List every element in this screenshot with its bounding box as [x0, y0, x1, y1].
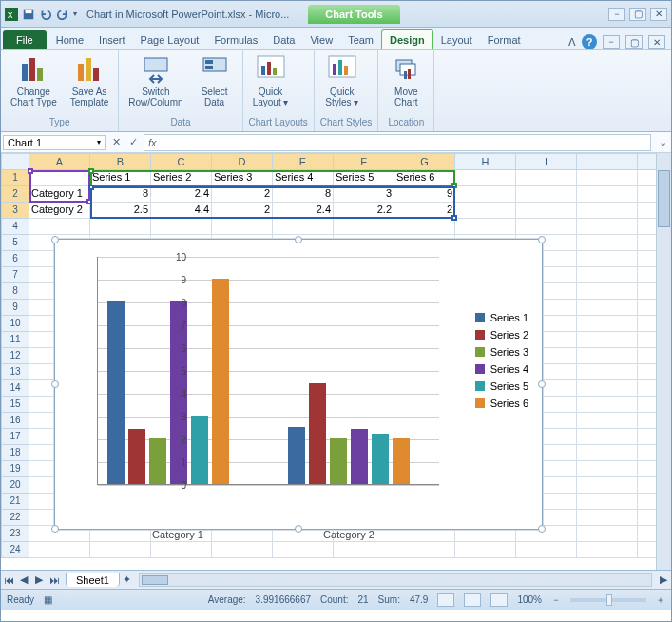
cell[interactable]	[29, 542, 90, 558]
sheet-nav-prev-icon[interactable]: ◀	[16, 573, 31, 588]
sheet-tab-sheet1[interactable]: Sheet1	[66, 573, 120, 587]
legend-item[interactable]: Series 4	[475, 363, 528, 375]
chart-bar[interactable]	[288, 427, 305, 484]
tab-design[interactable]: Design	[381, 29, 433, 49]
save-as-template-button[interactable]: Save As Template	[67, 52, 113, 109]
row-header[interactable]: 14	[1, 380, 29, 397]
tab-file[interactable]: File	[3, 30, 47, 49]
quick-styles-button[interactable]: Quick Styles ▾	[320, 52, 364, 109]
row-header[interactable]: 4	[1, 219, 29, 235]
cell[interactable]	[577, 461, 638, 477]
view-page-break-button[interactable]	[490, 593, 508, 607]
cell[interactable]	[516, 542, 577, 558]
row-header[interactable]: 9	[1, 300, 29, 316]
cell[interactable]	[577, 219, 638, 235]
workbook-close-button[interactable]: ✕	[648, 35, 665, 49]
column-header[interactable]: F	[334, 153, 394, 170]
cell[interactable]: 2.2	[334, 203, 394, 219]
column-header[interactable]: I	[516, 153, 577, 170]
column-header[interactable]: B	[90, 153, 151, 170]
cell[interactable]	[516, 170, 577, 186]
zoom-in-icon[interactable]: ＋	[656, 593, 665, 607]
undo-icon[interactable]	[39, 8, 52, 21]
cell[interactable]: 9	[394, 186, 455, 203]
row-header[interactable]: 15	[1, 397, 29, 413]
chart-bar[interactable]	[212, 279, 229, 484]
cell[interactable]	[455, 203, 516, 219]
row-header[interactable]: 5	[1, 235, 29, 251]
cell[interactable]	[516, 186, 577, 203]
row-header[interactable]: 6	[1, 251, 29, 267]
cell[interactable]	[577, 477, 638, 494]
row-header[interactable]: 10	[1, 316, 29, 332]
tab-home[interactable]: Home	[48, 30, 91, 49]
enter-formula-icon[interactable]: ✓	[125, 136, 142, 148]
fx-icon[interactable]: fx	[148, 137, 157, 148]
switch-row-column-button[interactable]: Switch Row/Column	[125, 52, 186, 109]
cell[interactable]	[334, 542, 394, 558]
row-header[interactable]: 22	[1, 510, 29, 526]
cell[interactable]: 4.4	[151, 203, 212, 219]
cell[interactable]	[577, 332, 638, 348]
workbook-minimize-button[interactable]: －	[603, 35, 620, 49]
cell[interactable]	[577, 429, 638, 445]
cell[interactable]: Category 1	[29, 186, 90, 203]
move-chart-button[interactable]: Move Chart	[384, 52, 428, 109]
chart-bar[interactable]	[330, 438, 347, 484]
column-header[interactable]: G	[394, 153, 455, 170]
cell[interactable]: 3	[334, 186, 394, 203]
tab-layout[interactable]: Layout	[433, 30, 480, 49]
tab-view[interactable]: View	[302, 30, 340, 49]
workbook-restore-button[interactable]: ▢	[625, 35, 643, 49]
macro-record-icon[interactable]: ▦	[44, 594, 52, 605]
column-header[interactable]: E	[273, 153, 334, 170]
cell[interactable]: Series 5	[334, 170, 394, 186]
cell[interactable]: 2	[212, 186, 273, 203]
row-header[interactable]: 3	[1, 203, 29, 219]
cell[interactable]	[577, 494, 638, 510]
cell[interactable]	[394, 219, 455, 235]
cell[interactable]: 2	[212, 203, 273, 219]
cell[interactable]	[455, 170, 516, 186]
cell[interactable]	[577, 251, 638, 267]
qat-dropdown-icon[interactable]: ▾	[73, 10, 77, 18]
chart-bar[interactable]	[309, 383, 326, 484]
redo-icon[interactable]	[56, 8, 69, 21]
sheet-nav-next-icon[interactable]: ▶	[31, 573, 47, 588]
cell[interactable]	[151, 542, 212, 558]
window-close-button[interactable]: ✕	[650, 8, 667, 21]
tab-data[interactable]: Data	[265, 30, 302, 49]
cell[interactable]	[577, 445, 638, 461]
row-header[interactable]: 8	[1, 283, 29, 300]
cell[interactable]	[455, 186, 516, 203]
formula-bar[interactable]: fx	[144, 134, 651, 151]
name-box[interactable]: Chart 1 ▾	[3, 135, 106, 150]
tab-format[interactable]: Format	[480, 30, 528, 49]
cell[interactable]: 2.5	[90, 203, 151, 219]
cell[interactable]: Category 2	[29, 203, 90, 219]
view-page-layout-button[interactable]	[464, 593, 481, 607]
cell[interactable]	[577, 348, 638, 364]
legend-item[interactable]: Series 3	[475, 346, 528, 358]
cell[interactable]: 2.4	[273, 203, 334, 219]
cell[interactable]	[577, 235, 638, 251]
row-header[interactable]: 13	[1, 364, 29, 380]
cell[interactable]: Series 1	[90, 170, 151, 186]
cell[interactable]	[577, 542, 638, 558]
chart-bar[interactable]	[149, 438, 166, 484]
cell[interactable]	[455, 219, 516, 235]
tab-formulas[interactable]: Formulas	[206, 30, 265, 49]
column-header[interactable]: H	[455, 153, 516, 170]
tab-team[interactable]: Team	[340, 30, 381, 49]
vertical-scrollbar[interactable]	[656, 153, 671, 570]
chart-legend[interactable]: Series 1Series 2Series 3Series 4Series 5…	[475, 306, 528, 415]
legend-item[interactable]: Series 6	[475, 398, 528, 409]
legend-item[interactable]: Series 5	[475, 380, 528, 392]
cell[interactable]	[577, 397, 638, 413]
name-box-dropdown-icon[interactable]: ▾	[97, 138, 101, 146]
zoom-slider[interactable]	[570, 598, 646, 602]
chart-bar[interactable]	[191, 416, 208, 484]
cell[interactable]	[455, 542, 516, 558]
column-header[interactable]: C	[151, 153, 212, 170]
view-normal-button[interactable]	[437, 593, 454, 607]
